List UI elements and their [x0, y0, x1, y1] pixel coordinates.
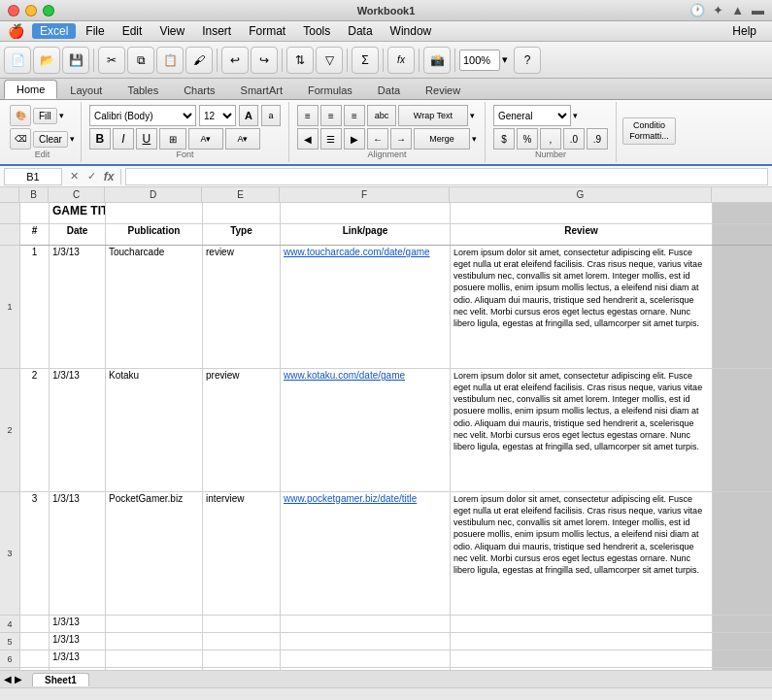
conditional-format-button[interactable]: ConditioFormatti... — [622, 117, 676, 145]
apple-menu[interactable]: 🍎 — [8, 23, 24, 39]
font-size-select[interactable]: 12 — [199, 105, 236, 126]
wrap-text-button[interactable]: Wrap Text — [398, 105, 468, 126]
indent-increase-button[interactable]: → — [390, 128, 412, 150]
highlight-button[interactable]: A▾ — [188, 128, 223, 150]
cell-1-publication[interactable]: Toucharcade — [106, 246, 203, 368]
cell-7-num[interactable] — [20, 668, 50, 670]
decrease-decimal-button[interactable]: .9 — [587, 128, 608, 150]
cell-5-date[interactable]: 1/3/13 — [50, 633, 106, 650]
align-top-center-button[interactable]: ≡ — [320, 105, 342, 126]
cell-6-link[interactable] — [281, 650, 451, 667]
zoom-dropdown-icon[interactable]: ▾ — [502, 53, 508, 66]
number-format-dropdown-icon[interactable]: ▾ — [573, 111, 578, 120]
cut-button[interactable]: ✂ — [98, 47, 125, 74]
cell-6-review[interactable] — [451, 650, 713, 667]
menu-data[interactable]: Data — [340, 23, 380, 39]
menu-excel[interactable]: Excel — [32, 23, 76, 39]
clear-button[interactable]: Clear — [33, 131, 68, 148]
menu-file[interactable]: File — [78, 23, 112, 39]
col-header-g[interactable]: G — [450, 187, 712, 202]
merge-button[interactable]: Merge — [414, 128, 470, 150]
help-button[interactable]: ? — [514, 47, 541, 74]
currency-button[interactable]: $ — [493, 128, 515, 150]
cell-7-date[interactable]: 1/3/13 — [50, 668, 106, 670]
sheet-nav-right[interactable]: ▶ — [15, 674, 22, 684]
tab-smartart[interactable]: SmartArt — [228, 80, 295, 99]
increase-decimal-button[interactable]: .0 — [563, 128, 585, 150]
cell-6-num[interactable] — [20, 650, 50, 667]
abc-button[interactable]: abc — [367, 105, 396, 126]
cell-3-date[interactable]: 1/3/13 — [50, 492, 106, 615]
cell-4-type[interactable] — [203, 616, 281, 632]
menu-insert[interactable]: Insert — [194, 23, 239, 39]
cell-6-pub[interactable] — [106, 650, 203, 667]
cell-2-date[interactable]: 1/3/13 — [50, 369, 106, 491]
decrease-font-button[interactable]: a — [261, 105, 281, 126]
cell-3-review[interactable]: Lorem ipsum dolor sit amet, consectetur … — [451, 492, 713, 615]
row-header-1[interactable]: 1 — [0, 246, 19, 369]
borders-button[interactable]: ⊞ — [159, 128, 186, 150]
cell-g-title[interactable] — [451, 203, 713, 223]
cell-4-date[interactable]: 1/3/13 — [50, 616, 106, 632]
percent-button[interactable]: % — [517, 128, 538, 150]
tab-tables[interactable]: Tables — [115, 80, 171, 99]
header-publication[interactable]: Publication — [106, 224, 203, 245]
paste-button[interactable]: 📋 — [156, 47, 184, 74]
menu-view[interactable]: View — [151, 23, 192, 39]
close-button[interactable] — [8, 5, 19, 17]
row-header-6[interactable]: 6 — [0, 650, 19, 668]
fill-dropdown-icon[interactable]: ▾ — [59, 111, 64, 120]
tab-layout[interactable]: Layout — [57, 80, 115, 99]
tab-charts[interactable]: Charts — [171, 80, 227, 99]
copy-button[interactable]: ⧉ — [127, 47, 154, 74]
row-header-title[interactable] — [0, 203, 19, 224]
row-header-5[interactable]: 5 — [0, 633, 19, 650]
align-top-left-button[interactable]: ≡ — [297, 105, 319, 126]
align-right-button[interactable]: ▶ — [344, 128, 365, 150]
cell-game-title[interactable]: GAME TITLE — [50, 203, 106, 223]
col-header-f[interactable]: F — [280, 187, 450, 202]
menu-edit[interactable]: Edit — [115, 23, 151, 39]
col-header-b[interactable]: B — [19, 187, 49, 202]
cell-3-type[interactable]: interview — [203, 492, 281, 615]
cell-6-type[interactable] — [203, 650, 281, 667]
menu-format[interactable]: Format — [241, 23, 293, 39]
wrap-text-dropdown-icon[interactable]: ▾ — [470, 111, 475, 120]
cell-1-type[interactable]: review — [203, 246, 281, 368]
menu-window[interactable]: Window — [383, 23, 440, 39]
camera-button[interactable]: 📸 — [423, 47, 451, 74]
cancel-formula-icon[interactable]: ✕ — [66, 169, 82, 184]
zoom-input[interactable] — [459, 50, 500, 71]
col-header-c[interactable]: C — [49, 187, 105, 202]
cell-4-num[interactable] — [20, 616, 50, 632]
cell-4-review[interactable] — [451, 616, 713, 632]
new-button[interactable]: 📄 — [4, 47, 31, 74]
redo-button[interactable]: ↪ — [251, 47, 278, 74]
menu-tools[interactable]: Tools — [295, 23, 338, 39]
cell-f-title[interactable] — [281, 203, 451, 223]
cell-5-pub[interactable] — [106, 633, 203, 650]
insert-function-icon[interactable]: fx — [101, 169, 117, 184]
tab-formulas[interactable]: Formulas — [295, 80, 365, 99]
align-left-button[interactable]: ◀ — [297, 128, 319, 150]
cell-4-pub[interactable] — [106, 616, 203, 632]
font-family-select[interactable]: Calibri (Body) — [89, 105, 196, 126]
cell-5-type[interactable] — [203, 633, 281, 650]
sheet-nav-left[interactable]: ◀ — [4, 674, 12, 684]
cell-3-num[interactable]: 3 — [20, 492, 50, 615]
formula-input[interactable] — [125, 168, 768, 185]
clear-dropdown-icon[interactable]: ▾ — [70, 134, 75, 144]
cell-5-review[interactable] — [451, 633, 713, 650]
align-center-button[interactable]: ☰ — [320, 128, 342, 150]
cell-d-title[interactable] — [106, 203, 203, 223]
merge-dropdown-icon[interactable]: ▾ — [472, 134, 477, 144]
function-button[interactable]: fx — [387, 47, 415, 74]
underline-button[interactable]: U — [136, 128, 157, 150]
clear-icon[interactable]: ⌫ — [10, 128, 31, 150]
cell-4-link[interactable] — [281, 616, 451, 632]
cell-3-link[interactable]: www.pocketgamer.biz/date/title — [281, 492, 451, 615]
number-format-select[interactable]: General — [493, 105, 571, 126]
cell-1-num[interactable]: 1 — [20, 246, 50, 368]
tab-data[interactable]: Data — [365, 80, 413, 99]
cell-2-publication[interactable]: Kotaku — [106, 369, 203, 491]
